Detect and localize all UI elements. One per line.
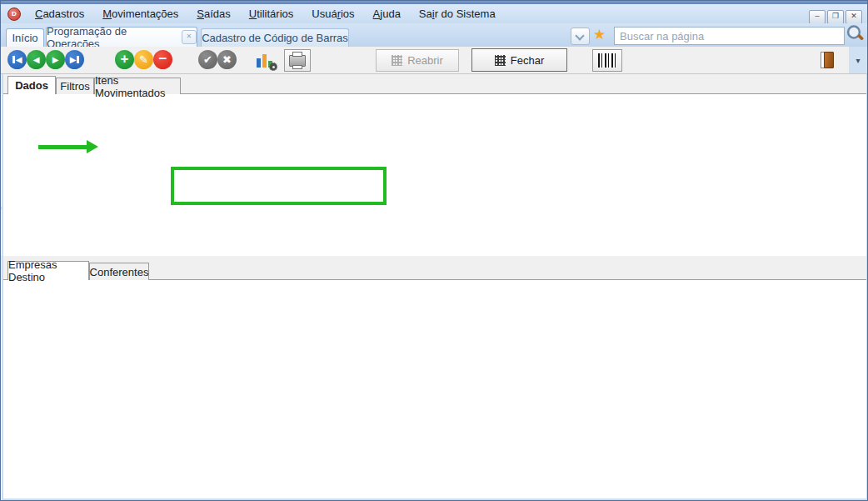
reabrir-icon xyxy=(392,55,402,66)
chart-bar-blue xyxy=(257,58,261,68)
minus-icon: − xyxy=(159,52,167,66)
tab-close-icon[interactable]: ✕ xyxy=(182,30,197,44)
cancel-button[interactable]: ✖ xyxy=(217,50,237,69)
window-controls: – ❐ ✕ xyxy=(809,10,862,24)
plus-icon: + xyxy=(121,52,129,66)
menu-cadastros[interactable]: Cadastros xyxy=(26,6,93,22)
dados-sheet xyxy=(3,93,866,256)
print-button[interactable] xyxy=(284,49,311,72)
tab-filtros[interactable]: Filtros xyxy=(56,78,94,94)
chart-button[interactable] xyxy=(255,50,277,70)
menu-movimentacoes[interactable]: Movimentações xyxy=(93,6,187,22)
toolbar-overflow-strip: ▾ xyxy=(849,47,867,73)
exit-button[interactable] xyxy=(821,52,834,68)
document-tab-strip: Início Programação de Operações ✕ Cadast… xyxy=(1,23,867,47)
delete-button[interactable]: − xyxy=(153,50,172,69)
tab-itens-movimentados[interactable]: Itens Movimentados xyxy=(94,78,181,94)
menu-utilitarios[interactable]: Utilitários xyxy=(240,6,302,22)
page-search-button[interactable] xyxy=(847,25,865,47)
toolbar-more-icon[interactable]: ▾ xyxy=(856,56,860,65)
confirm-button[interactable]: ✔ xyxy=(198,50,217,69)
add-button[interactable]: + xyxy=(115,50,134,69)
chevron-down-icon xyxy=(575,31,584,40)
barcode-icon xyxy=(598,53,616,68)
last-record-icon xyxy=(77,56,79,63)
next-icon: ▶ xyxy=(52,56,59,64)
menu-ajuda[interactable]: Ajuda xyxy=(364,6,410,22)
search-icon xyxy=(847,25,865,43)
tab-empresas-destino[interactable]: Empresas Destino xyxy=(7,261,89,280)
previous-icon: ◀ xyxy=(33,56,40,64)
reabrir-button[interactable]: Reabrir xyxy=(376,49,459,72)
last-record-button[interactable]: ▶ xyxy=(65,50,84,69)
fechar-button[interactable]: Fechar xyxy=(471,48,567,72)
tab-conferentes[interactable]: Conferentes xyxy=(89,263,149,280)
tab-inicio[interactable]: Início xyxy=(6,28,44,47)
close-button[interactable]: ✕ xyxy=(846,10,862,24)
application-window: D Cadastros Movimentações Saídas Utilitá… xyxy=(0,0,868,501)
gear-icon xyxy=(269,63,277,71)
menu-sair-do-sistema[interactable]: Sair do Sistema xyxy=(410,6,505,22)
pencil-icon: ✎ xyxy=(139,54,148,65)
empresas-destino-sheet xyxy=(3,279,866,499)
window-left-edge xyxy=(2,74,3,498)
tab-list-chevron-button[interactable] xyxy=(571,28,590,45)
barcode-button[interactable] xyxy=(592,49,622,72)
minimize-button[interactable]: – xyxy=(809,10,826,24)
menu-saidas[interactable]: Saídas xyxy=(187,6,239,22)
check-icon: ✔ xyxy=(203,54,212,65)
menu-bar: D Cadastros Movimentações Saídas Utilitá… xyxy=(1,4,867,23)
first-record-button[interactable]: ◀ xyxy=(7,50,27,69)
tab-programacao-de-operacoes[interactable]: Programação de Operações ✕ xyxy=(46,27,197,47)
edit-button[interactable]: ✎ xyxy=(134,50,153,69)
next-record-button[interactable]: ▶ xyxy=(46,50,65,69)
door-icon xyxy=(824,52,834,68)
fechar-icon xyxy=(495,55,506,66)
tab-dados[interactable]: Dados xyxy=(7,76,56,94)
search-input[interactable] xyxy=(614,27,845,45)
menu-usuarios[interactable]: Usuários xyxy=(302,6,363,22)
x-icon: ✖ xyxy=(222,54,232,65)
app-icon: D xyxy=(7,8,21,21)
chart-bar-orange xyxy=(262,54,267,68)
tab-cadastro-codigo-barras[interactable]: Cadastro de Código de Barras xyxy=(201,28,349,47)
previous-record-button[interactable]: ◀ xyxy=(27,50,46,69)
printer-icon xyxy=(289,55,306,67)
restore-button[interactable]: ❐ xyxy=(827,10,844,24)
favorites-star-icon[interactable]: ★ xyxy=(593,28,606,42)
first-record-icon xyxy=(12,56,15,63)
main-toolbar: ◀ ◀ ▶ ▶ + ✎ − ✔ ✖ Reabrir Fechar ▾ xyxy=(1,47,867,74)
